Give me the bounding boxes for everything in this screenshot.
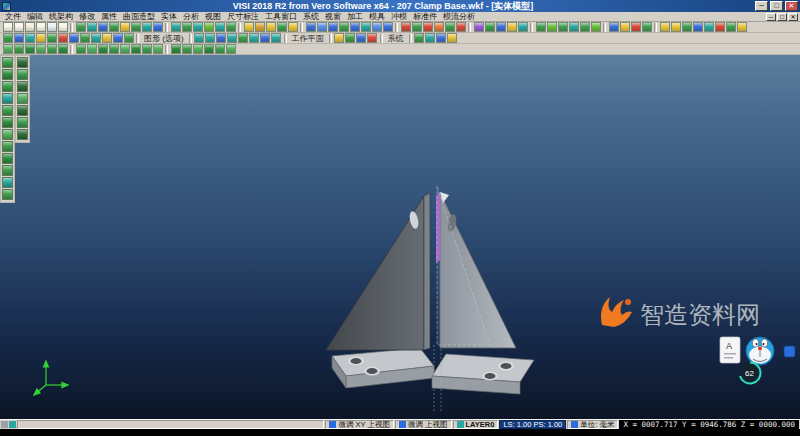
transform-tools-icon[interactable] — [547, 22, 557, 32]
edit-tools-icon[interactable] — [47, 33, 57, 43]
curve-tools-icon[interactable] — [215, 22, 225, 32]
display-tools-icon[interactable] — [260, 33, 270, 43]
menu-attributes[interactable]: 属性 — [98, 11, 120, 22]
wireframe-tools-icon[interactable] — [131, 22, 141, 32]
dimension-tools-icon[interactable] — [609, 22, 619, 32]
curve-tools-icon[interactable] — [171, 22, 181, 32]
menu-machining[interactable]: 加工 — [344, 11, 366, 22]
edit-tools-icon[interactable] — [91, 33, 101, 43]
solid-tools-icon[interactable] — [317, 22, 327, 32]
edit-tools-icon[interactable] — [14, 33, 24, 43]
select-tool-icon[interactable] — [2, 81, 13, 92]
menu-surface-modeling[interactable]: 曲面造型 — [120, 11, 158, 22]
machining-tools-icon[interactable] — [704, 22, 714, 32]
display-tools-icon[interactable] — [194, 33, 204, 43]
view-zoom-icon[interactable] — [153, 44, 163, 54]
view-orientation-icon[interactable] — [3, 44, 13, 54]
select-tool-icon[interactable] — [2, 189, 13, 200]
model-clamp-base[interactable] — [326, 186, 534, 413]
system-tools-icon[interactable] — [425, 33, 435, 43]
feature-tools-icon[interactable] — [434, 22, 444, 32]
menu-tool-window[interactable]: 工具窗口 — [262, 11, 300, 22]
menu-mould[interactable]: 模具 — [366, 11, 388, 22]
solid-tools-icon[interactable] — [372, 22, 382, 32]
feature-tools-icon[interactable] — [456, 22, 466, 32]
menu-die[interactable]: 冲模 — [388, 11, 410, 22]
save-file-icon[interactable] — [25, 22, 35, 32]
wireframe-tools-icon[interactable] — [87, 22, 97, 32]
dimension-tools-icon[interactable] — [631, 22, 641, 32]
display-tools-icon[interactable] — [238, 33, 248, 43]
snap-tool-icon[interactable] — [17, 129, 28, 140]
view-orientation-icon[interactable] — [36, 44, 46, 54]
machining-tools-icon[interactable] — [726, 22, 736, 32]
system-tools-icon[interactable] — [447, 33, 457, 43]
curve-tools-icon[interactable] — [182, 22, 192, 32]
curve-tools-icon[interactable] — [204, 22, 214, 32]
edit-tools-icon[interactable] — [80, 33, 90, 43]
status-units[interactable]: 单位: 毫米 — [567, 420, 618, 429]
menu-edit[interactable]: 编辑 — [24, 11, 46, 22]
workplane-tools-icon[interactable] — [356, 33, 366, 43]
copy-icon[interactable] — [58, 22, 68, 32]
edit-tools-icon[interactable] — [102, 33, 112, 43]
view-zoom-icon[interactable] — [120, 44, 130, 54]
menu-file[interactable]: 文件 — [2, 11, 24, 22]
solid-tools-icon[interactable] — [383, 22, 393, 32]
solid-tools-icon[interactable] — [306, 22, 316, 32]
snap-tool-icon[interactable] — [17, 93, 28, 104]
snap-tool-icon[interactable] — [17, 117, 28, 128]
workplane-tools-icon[interactable] — [345, 33, 355, 43]
solid-tools-icon[interactable] — [361, 22, 371, 32]
mdi-restore-button[interactable]: □ — [777, 13, 787, 21]
menu-solid[interactable]: 实体 — [158, 11, 180, 22]
edit-tools-icon[interactable] — [58, 33, 68, 43]
solid-tools-icon[interactable] — [328, 22, 338, 32]
menu-system[interactable]: 系统 — [300, 11, 322, 22]
edit-tools-icon[interactable] — [3, 33, 13, 43]
surface-tools-icon[interactable] — [244, 22, 254, 32]
view-orientation-icon[interactable] — [25, 44, 35, 54]
display-tools-icon[interactable] — [216, 33, 226, 43]
machining-tools-icon[interactable] — [715, 22, 725, 32]
feature-tools-icon[interactable] — [401, 22, 411, 32]
wireframe-tools-icon[interactable] — [142, 22, 152, 32]
menu-wireframe[interactable]: 线架构 — [46, 11, 76, 22]
curve-tools-icon[interactable] — [193, 22, 203, 32]
surface-tools-icon[interactable] — [288, 22, 298, 32]
view-zoom-icon[interactable] — [142, 44, 152, 54]
model-left-gusset[interactable] — [326, 193, 430, 350]
model-right-base-plate[interactable] — [432, 354, 534, 394]
machining-tools-icon[interactable] — [682, 22, 692, 32]
select-tool-icon[interactable] — [2, 57, 13, 68]
analysis-tools-icon[interactable] — [474, 22, 484, 32]
feature-tools-icon[interactable] — [412, 22, 422, 32]
select-tool-icon[interactable] — [2, 93, 13, 104]
select-tool-icon[interactable] — [2, 141, 13, 152]
edit-tools-icon[interactable] — [113, 33, 123, 43]
menu-flow-analysis[interactable]: 模流分析 — [440, 11, 478, 22]
workplane-tools-icon[interactable] — [334, 33, 344, 43]
solid-tools-icon[interactable] — [339, 22, 349, 32]
analysis-tools-icon[interactable] — [518, 22, 528, 32]
model-left-base-plate[interactable] — [332, 348, 434, 388]
edit-tools-icon[interactable] — [25, 33, 35, 43]
solid-tools-icon[interactable] — [350, 22, 360, 32]
maximize-button[interactable]: □ — [770, 1, 783, 11]
curve-tools-icon[interactable] — [226, 22, 236, 32]
analysis-tools-icon[interactable] — [507, 22, 517, 32]
view-shading-icon[interactable] — [171, 44, 181, 54]
view-shading-icon[interactable] — [182, 44, 192, 54]
dimension-tools-icon[interactable] — [642, 22, 652, 32]
new-file-icon[interactable] — [3, 22, 13, 32]
transform-tools-icon[interactable] — [591, 22, 601, 32]
mdi-minimize-button[interactable]: ─ — [766, 13, 776, 21]
workplane-label[interactable]: 工作平面 — [289, 33, 327, 44]
mdi-close-button[interactable]: ✕ — [788, 13, 798, 21]
select-tool-icon[interactable] — [2, 165, 13, 176]
select-tool-icon[interactable] — [2, 105, 13, 116]
snap-tool-icon[interactable] — [17, 57, 28, 68]
select-tool-icon[interactable] — [2, 177, 13, 188]
transform-tools-icon[interactable] — [558, 22, 568, 32]
feature-tools-icon[interactable] — [445, 22, 455, 32]
